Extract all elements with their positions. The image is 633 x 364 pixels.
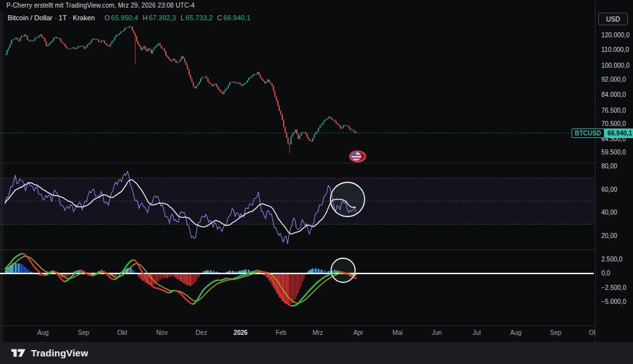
tradingview-logo-icon[interactable] bbox=[11, 347, 26, 359]
time-axis-label[interactable]: Nov bbox=[156, 329, 168, 336]
symbol-title[interactable]: Bitcoin / Dollar bbox=[8, 14, 53, 22]
last-price-value-tag: 66.940,1 bbox=[605, 129, 633, 138]
tradingview-chart-window: P-Cherry erstellt mit TradingView.com, M… bbox=[0, 0, 633, 364]
price-axis-label: 110.000,0 bbox=[601, 46, 629, 53]
price-axis-label: 100.000,0 bbox=[601, 62, 630, 69]
attribution-bar: P-Cherry erstellt mit TradingView.com, M… bbox=[6, 2, 194, 9]
price-axis-label: 70.500,0 bbox=[601, 120, 626, 127]
time-axis-label[interactable]: Aug bbox=[510, 329, 522, 336]
ohlc-values: O65.950,4H67.392,3L65.733,2C66.940,1 bbox=[100, 14, 251, 22]
macd-axis-label: −5.000,0 bbox=[601, 298, 626, 305]
flag-sticker[interactable] bbox=[349, 151, 367, 163]
time-axis-label[interactable]: Sep bbox=[550, 329, 561, 336]
low-label: L bbox=[180, 14, 184, 22]
rsi-bands bbox=[0, 178, 595, 224]
macd-circle-annotation[interactable] bbox=[331, 258, 355, 282]
macd-axis-label: 2.500,0 bbox=[601, 256, 622, 263]
low-value: 65.733,2 bbox=[185, 14, 213, 22]
open-value: 65.950,4 bbox=[111, 14, 139, 22]
time-axis-label[interactable]: Jun bbox=[432, 329, 442, 336]
rsi-axis-label: 80,00 bbox=[601, 163, 617, 170]
symbol-interval[interactable]: 1T bbox=[59, 14, 67, 22]
last-price-symbol-tag[interactable]: BTCUSD bbox=[572, 129, 605, 138]
close-value: 66.940,1 bbox=[223, 14, 251, 22]
price-axis-label: 76.500,0 bbox=[601, 107, 626, 114]
macd-axis-label: 0,0 bbox=[601, 270, 610, 277]
high-label: H bbox=[142, 14, 147, 22]
rsi-axis-label: 20,00 bbox=[601, 232, 617, 239]
macd-histogram bbox=[5, 262, 357, 304]
time-axis-label[interactable]: Sep bbox=[78, 329, 89, 336]
symbol-exchange[interactable]: Kraken bbox=[73, 14, 95, 22]
time-axis-label[interactable]: Apr bbox=[353, 329, 363, 336]
chart-canvas[interactable] bbox=[0, 0, 595, 342]
time-axis-label[interactable]: Aug bbox=[37, 329, 49, 336]
open-label: O bbox=[104, 14, 110, 22]
time-axis-label[interactable]: Jul bbox=[473, 329, 481, 336]
time-axis-label[interactable]: Feb bbox=[275, 329, 286, 336]
time-axis-label[interactable]: Okt bbox=[117, 329, 127, 336]
rsi-axis-label: 40,00 bbox=[601, 209, 617, 216]
rsi-axis-label: 60,00 bbox=[601, 186, 617, 193]
legend-separator: · bbox=[68, 14, 71, 22]
time-axis-label[interactable]: Mai bbox=[392, 329, 403, 336]
price-axis-label: 92.000,0 bbox=[601, 76, 626, 83]
time-axis-label[interactable]: Dez bbox=[196, 329, 207, 336]
time-axis-label[interactable]: Mrz bbox=[313, 329, 323, 336]
symbol-legend[interactable]: Bitcoin / Dollar·1T·KrakenO65.950,4H67.3… bbox=[8, 14, 251, 22]
tradingview-brand-text[interactable]: TradingView bbox=[31, 348, 88, 358]
close-label: C bbox=[217, 14, 222, 22]
time-axis[interactable]: AugSepOktNovDez2026FebMrzAprMaiJunJulAug… bbox=[0, 326, 595, 342]
time-axis-label[interactable]: 2026 bbox=[234, 329, 248, 336]
rsi-circle-annotation[interactable] bbox=[330, 182, 365, 217]
price-axis-label: 59.500,0 bbox=[601, 149, 626, 156]
price-axis-label: 120.000,0 bbox=[601, 32, 630, 39]
price-axis-label: 84.000,0 bbox=[601, 91, 626, 98]
candlestick-series bbox=[5, 26, 357, 153]
high-value: 67.392,3 bbox=[149, 14, 176, 22]
footer-bar: TradingView bbox=[0, 342, 633, 364]
last-price-label[interactable]: BTCUSD 66.940,1 bbox=[572, 129, 633, 138]
currency-toggle-button[interactable]: USD bbox=[598, 13, 628, 25]
legend-separator: · bbox=[54, 14, 57, 22]
macd-axis-label: −2.500,0 bbox=[601, 284, 626, 291]
price-scale-column[interactable]: USD 120.000,0110.000,0100.000,092.000,08… bbox=[595, 0, 633, 342]
attribution-text: P-Cherry erstellt mit TradingView.com, M… bbox=[6, 2, 194, 9]
